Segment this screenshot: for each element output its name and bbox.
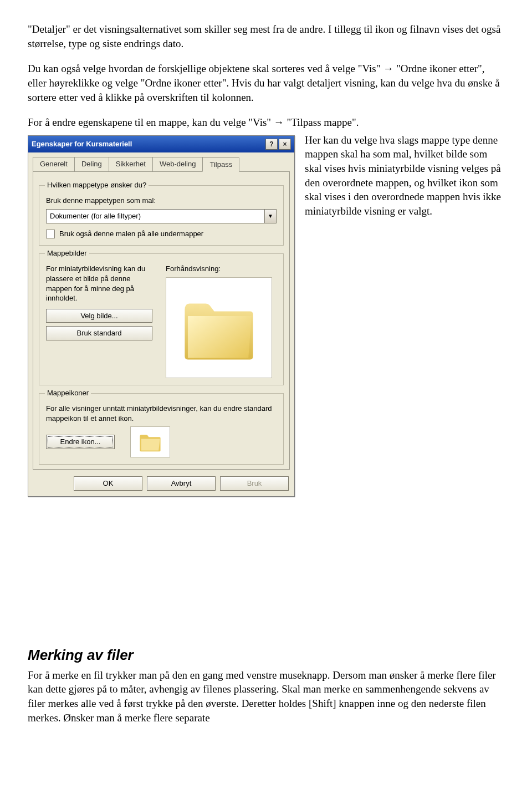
paragraph-3: For å endre egenskapene til en mappe, ka… bbox=[28, 115, 504, 130]
group-mappetype-legend: Hvilken mappetype ønsker du? bbox=[45, 180, 149, 190]
tab-tilpass[interactable]: Tilpass bbox=[202, 157, 239, 172]
dialog-titlebar: Egenskaper for Kursmateriell ? × bbox=[28, 136, 294, 152]
choose-image-button[interactable]: Velg bilde... bbox=[46, 309, 152, 323]
group-mappebilder: Mappebilder For miniatyrbildevisning kan… bbox=[39, 253, 284, 385]
group-mappeikoner: Mappeikoner For alle visninger unntatt m… bbox=[39, 393, 284, 465]
group-mappebilder-legend: Mappebilder bbox=[45, 248, 89, 258]
paragraph-3a: For å endre egenskapene til en mappe, ka… bbox=[28, 116, 274, 128]
tab-deling[interactable]: Deling bbox=[74, 157, 109, 172]
tab-body: Hvilken mappetype ønsker du? Bruk denne … bbox=[33, 171, 290, 470]
tab-generelt[interactable]: Generelt bbox=[33, 157, 75, 172]
current-icon-preview bbox=[130, 426, 170, 457]
paragraph-2: Du kan også velge hvordan de forskjellig… bbox=[28, 62, 504, 104]
section-heading-merking: Merking av filer bbox=[28, 645, 504, 665]
arrow-icon: → bbox=[274, 116, 284, 128]
properties-dialog: Egenskaper for Kursmateriell ? × Generel… bbox=[28, 135, 295, 497]
paragraph-2a: Du kan også velge hvordan de forskjellig… bbox=[28, 63, 383, 74]
side-paragraph: Her kan du velge hva slags mappe type de… bbox=[305, 134, 501, 217]
mappeikoner-desc: For alle visninger unntatt miniatyrbilde… bbox=[46, 404, 277, 423]
use-standard-button[interactable]: Bruk standard bbox=[46, 326, 152, 340]
group-mappeikoner-legend: Mappeikoner bbox=[45, 388, 91, 398]
tab-webdeling[interactable]: Web-deling bbox=[152, 157, 203, 172]
template-dropdown-value: Dokumenter (for alle filtyper) bbox=[47, 210, 264, 223]
folder-icon bbox=[138, 431, 162, 452]
apply-subfolders-label: Bruk også denne malen på alle undermappe… bbox=[59, 229, 203, 239]
group-mappetype: Hvilken mappetype ønsker du? Bruk denne … bbox=[39, 185, 284, 246]
dialog-title: Egenskaper for Kursmateriell bbox=[32, 139, 264, 149]
preview-frame bbox=[166, 277, 272, 378]
help-button[interactable]: ? bbox=[265, 139, 278, 150]
ok-button[interactable]: OK bbox=[74, 476, 142, 491]
paragraph-1: "Detaljer" er det visningsalternativet s… bbox=[28, 22, 504, 50]
arrow-icon: → bbox=[383, 63, 393, 74]
close-button[interactable]: × bbox=[279, 139, 291, 150]
cancel-button[interactable]: Avbryt bbox=[147, 476, 216, 491]
folder-preview-icon bbox=[180, 292, 258, 364]
apply-button[interactable]: Bruk bbox=[220, 476, 289, 491]
preview-label: Forhåndsvisning: bbox=[166, 264, 277, 274]
paragraph-3b: "Tilpass mappe". bbox=[284, 116, 359, 128]
dialog-tabs: Generelt Deling Sikkerhet Web-deling Til… bbox=[28, 152, 294, 172]
tab-sikkerhet[interactable]: Sikkerhet bbox=[109, 157, 153, 172]
chevron-down-icon: ▼ bbox=[264, 210, 276, 223]
template-dropdown[interactable]: Dokumenter (for alle filtyper) ▼ bbox=[46, 209, 277, 223]
label-use-template: Bruk denne mappetypen som mal: bbox=[46, 196, 277, 206]
apply-subfolders-checkbox[interactable] bbox=[46, 230, 55, 238]
section-body-merking: For å merke en fil trykker man på den en… bbox=[28, 668, 504, 725]
dialog-button-row: OK Avbryt Bruk bbox=[28, 470, 294, 496]
mappebilder-desc: For miniatyrbildevisning kan du plassere… bbox=[46, 264, 152, 303]
change-icon-button[interactable]: Endre ikon... bbox=[46, 435, 115, 449]
